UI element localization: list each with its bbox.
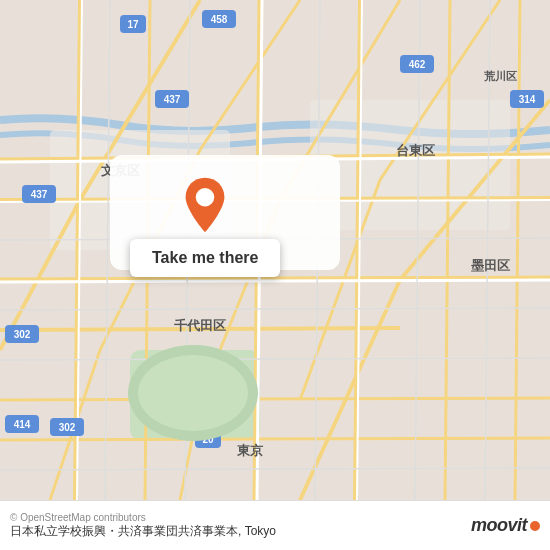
svg-text:台東区: 台東区 [396,143,435,158]
location-pin-icon [180,175,230,235]
svg-point-61 [196,188,214,206]
svg-text:302: 302 [59,422,76,433]
map-container: 458 437 437 462 314 17 302 302 414 20 文京… [0,0,550,500]
svg-text:462: 462 [409,59,426,70]
svg-text:314: 314 [519,94,536,105]
moovit-dot-icon [530,521,540,531]
place-name: 日本私立学校振興・共済事業団共済事業本, Tokyo [10,523,471,540]
svg-text:墨田区: 墨田区 [471,258,510,273]
moovit-logo: moovit [471,515,540,536]
svg-text:414: 414 [14,419,31,430]
svg-text:東京: 東京 [237,443,264,458]
svg-line-19 [0,280,550,282]
footer: © OpenStreetMap contributors 日本私立学校振興・共済… [0,500,550,550]
take-me-there-button[interactable]: Take me there [130,239,280,277]
svg-text:17: 17 [127,19,139,30]
attribution-text: © OpenStreetMap contributors [10,512,471,523]
svg-point-59 [138,355,248,431]
moovit-brand-text: moovit [471,515,527,536]
svg-text:千代田区: 千代田区 [174,318,226,333]
footer-left: © OpenStreetMap contributors 日本私立学校振興・共済… [10,512,471,540]
take-me-there-container: Take me there [130,175,280,277]
svg-line-10 [0,438,550,440]
svg-text:437: 437 [164,94,181,105]
svg-text:437: 437 [31,189,48,200]
svg-text:458: 458 [211,14,228,25]
svg-text:302: 302 [14,329,31,340]
svg-text:荒川区: 荒川区 [484,70,517,82]
